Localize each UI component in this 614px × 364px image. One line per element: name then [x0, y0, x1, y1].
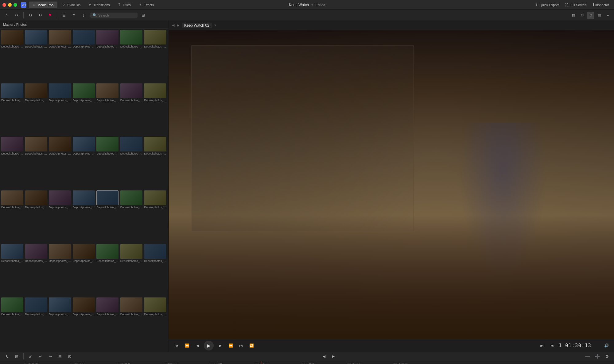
list-view-button[interactable]: ≡ — [69, 11, 78, 20]
list-item[interactable]: Depositphotos_55... — [1, 137, 23, 190]
list-item[interactable]: Depositphotos_55... — [73, 244, 95, 297]
thumbnail-label: Depositphotos_55... — [96, 44, 119, 49]
go-to-start-button[interactable]: ⏮ — [173, 342, 181, 350]
ripple-delete[interactable]: ⊟ — [56, 352, 64, 361]
list-item[interactable]: Depositphotos_55... — [96, 137, 119, 190]
view-btn-2[interactable]: ⊡ — [578, 12, 586, 19]
view-btn-1[interactable]: ▤ — [570, 12, 577, 19]
list-item[interactable]: Depositphotos_55... — [25, 190, 47, 243]
selection-tool[interactable]: ↖ — [2, 352, 11, 361]
list-item[interactable]: Depositphotos_55... — [120, 190, 142, 243]
list-item[interactable]: Depositphotos_55... — [144, 190, 166, 243]
list-item[interactable]: Depositphotos_55... — [49, 137, 71, 190]
source-overwrite[interactable]: ↙ — [26, 352, 35, 361]
list-item[interactable]: Depositphotos_55... — [144, 297, 166, 351]
list-item[interactable]: Depositphotos_55... — [1, 244, 23, 297]
list-item[interactable]: Depositphotos_55... — [25, 244, 47, 297]
minimize-button[interactable] — [8, 3, 12, 7]
insert-button[interactable]: ↵ — [36, 352, 45, 361]
list-item[interactable]: Depositphotos_55... — [96, 83, 119, 136]
nav-tab-titles[interactable]: T Titles — [114, 2, 134, 8]
thumbnail-image — [25, 244, 47, 259]
list-item[interactable]: Depositphotos_55... — [1, 297, 23, 351]
list-item[interactable]: Depositphotos_55... — [96, 190, 119, 243]
tool-blade[interactable]: ✂ — [12, 11, 21, 20]
list-item[interactable]: Depositphotos_55... — [1, 30, 23, 83]
nav-tab-effects[interactable]: ✦ Effects — [135, 2, 157, 8]
list-item[interactable]: Depositphotos_55... — [1, 83, 23, 136]
list-item[interactable]: Depositphotos_55... — [120, 297, 142, 351]
timeline-zoom-out[interactable]: ➖ — [583, 352, 592, 361]
preview-clip-name[interactable]: Keep Watch 02 — [182, 23, 212, 28]
search-input[interactable] — [98, 13, 135, 17]
list-item[interactable]: Depositphotos_55... — [120, 30, 142, 83]
view-btn-4[interactable]: ▤ — [596, 12, 603, 19]
tool-arrow[interactable]: ↖ — [2, 11, 11, 20]
list-item[interactable]: Depositphotos_55... — [25, 83, 47, 136]
filter-button[interactable]: ⊟ — [139, 11, 147, 20]
list-item[interactable]: Depositphotos_55... — [1, 190, 23, 243]
timeline-next[interactable]: ▶ — [329, 352, 337, 360]
app-logo: DR — [21, 2, 26, 8]
volume-button[interactable]: 🔊 — [602, 342, 610, 350]
list-item[interactable]: Depositphotos_55... — [96, 244, 119, 297]
prev-clip-button[interactable]: ⏮ — [538, 342, 546, 350]
nav-tab-media-pool[interactable]: ⊞ Media Pool — [29, 2, 57, 8]
timeline-zoom-in[interactable]: ➕ — [593, 352, 602, 361]
list-item[interactable]: Depositphotos_55... — [73, 30, 95, 83]
list-item[interactable]: Depositphotos_55... — [73, 190, 95, 243]
thumbnail-label: Depositphotos_55... — [73, 205, 95, 209]
timeline-prev[interactable]: ◀ — [320, 352, 328, 360]
next-frame-button[interactable]: ⏩ — [227, 342, 235, 350]
list-item[interactable]: Depositphotos_55... — [49, 83, 71, 136]
search-icon: 🔍 — [93, 13, 97, 17]
close-button[interactable] — [2, 3, 6, 7]
tool-redo[interactable]: ↻ — [36, 11, 45, 20]
view-btn-5[interactable]: ≡ — [604, 12, 612, 19]
list-item[interactable]: Depositphotos_55... — [144, 137, 166, 190]
preview-nav-back[interactable]: ◀ — [172, 23, 174, 27]
quick-export-button[interactable]: ⬆ Quick Export — [533, 2, 561, 8]
list-item[interactable]: Depositphotos_55... — [120, 83, 142, 136]
full-screen-button[interactable]: ⛶ Full Screen — [562, 2, 589, 8]
go-to-end-button[interactable]: ⏭ — [237, 342, 245, 350]
list-item[interactable]: Depositphotos_55... — [73, 137, 95, 190]
tool-undo[interactable]: ↺ — [26, 11, 35, 20]
trim-tool[interactable]: ⊞ — [12, 352, 21, 361]
view-btn-3[interactable]: ⊞ — [587, 12, 594, 19]
lift-delete[interactable]: ⊠ — [65, 352, 74, 361]
list-item[interactable]: Depositphotos_55... — [49, 244, 71, 297]
list-item[interactable]: Depositphotos_55... — [73, 297, 95, 351]
next-clip-button[interactable]: ⏭ — [548, 342, 556, 350]
list-item[interactable]: Depositphotos_55... — [144, 30, 166, 83]
append-button[interactable]: ↪ — [46, 352, 54, 361]
preview-nav-fwd[interactable]: ▶ — [177, 23, 179, 27]
inspector-button[interactable]: ℹ Inspector — [590, 2, 612, 8]
timeline-settings[interactable]: ⚙ — [603, 352, 612, 361]
tool-flag[interactable]: ⚑ — [46, 11, 54, 20]
sort-button[interactable]: ↕ — [79, 11, 88, 20]
list-item[interactable]: Depositphotos_55... — [120, 244, 142, 297]
list-item[interactable]: Depositphotos_55... — [73, 83, 95, 136]
nav-tab-transitions[interactable]: ⇄ Transitions — [85, 2, 113, 8]
list-item[interactable]: Depositphotos_55... — [49, 30, 71, 83]
list-item[interactable]: Depositphotos_55... — [49, 190, 71, 243]
grid-view-button[interactable]: ⊞ — [60, 11, 68, 20]
list-item[interactable]: Depositphotos_55... — [25, 297, 47, 351]
list-item[interactable]: Depositphotos_55... — [96, 30, 119, 83]
prev-frame-button[interactable]: ⏪ — [183, 342, 191, 350]
nav-tab-sync-bin[interactable]: ⟳ Sync Bin — [59, 2, 84, 8]
list-item[interactable]: Depositphotos_55... — [120, 137, 142, 190]
fullscreen-button[interactable] — [14, 3, 17, 7]
play-backward-button[interactable]: ◀ — [193, 342, 201, 350]
play-forward-button[interactable]: ▶ — [216, 342, 224, 350]
list-item[interactable]: Depositphotos_55... — [96, 297, 119, 351]
list-item[interactable]: Depositphotos_55... — [49, 297, 71, 351]
list-item[interactable]: Depositphotos_55... — [25, 137, 47, 190]
list-item[interactable]: Depositphotos_55... — [144, 244, 166, 297]
thumbnail-image — [96, 297, 119, 312]
list-item[interactable]: Depositphotos_55... — [25, 30, 47, 83]
loop-button[interactable]: 🔁 — [247, 342, 255, 350]
play-pause-button[interactable]: ▶ — [204, 341, 214, 351]
list-item[interactable]: Depositphotos_55... — [144, 83, 166, 136]
